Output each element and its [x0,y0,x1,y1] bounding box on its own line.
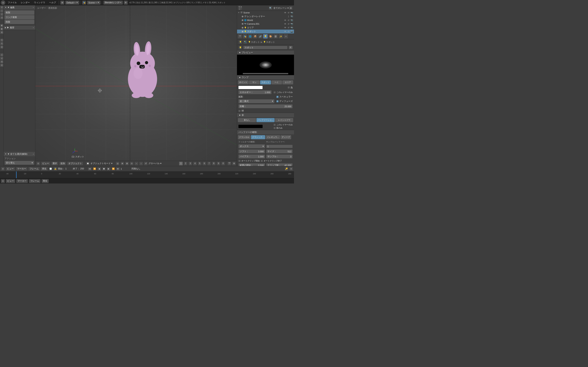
tab-physics[interactable]: ⚛ [283,34,288,39]
layer-btn-2[interactable]: 2 [183,161,188,166]
energy-field[interactable]: エネルギー： 1.000 [238,90,272,94]
lock-icon[interactable]: 🔒 [53,167,57,171]
tree-render-layer[interactable]: 🎬 レンダーレイヤー | 📷 [237,15,294,18]
camera-cursor-icon[interactable]: ↺ [287,22,290,25]
specular-checkbox[interactable] [276,96,279,98]
tool-icon-5[interactable]: ▦ [0,24,3,27]
world-eye-icon[interactable]: 👁 [284,19,287,22]
negative-checkbox[interactable] [287,86,290,89]
tool-icon-1[interactable]: ⊙ [0,6,3,9]
buffer-classic2-btn[interactable]: クラシック... [251,135,265,139]
menu-render[interactable]: レンダー [19,1,31,4]
tool-icon-13[interactable]: ⊟ [0,60,3,63]
lamp-point-btn[interactable]: ポイント [238,80,249,84]
tab-material[interactable]: 🎨 [268,34,273,39]
prev-keyframe-icon[interactable]: ⏪ [93,167,96,171]
tool-icon-8[interactable]: ✎ [0,39,3,42]
tab-texture[interactable]: 🖼 [273,34,278,39]
shadow-buffer-btn[interactable]: バッファーシャ... [256,118,275,122]
spot-cursor-icon[interactable]: ↺ [287,30,290,33]
bottom-view[interactable]: ビュー [6,179,15,183]
viewport[interactable]: ユーザー・透視投影 [35,5,237,166]
world-cursor-icon[interactable]: ↺ [287,19,290,22]
timeline-type-icon[interactable]: ⊙ [1,167,5,171]
tree-spot-lamp[interactable]: 💡 スポット 👁 ↺ 📷 [237,30,294,33]
transform-icon[interactable]: ↔ [134,161,138,166]
timeline-play[interactable]: 再生 [41,167,48,171]
autoclip-start-checkbox[interactable] [238,160,241,162]
vt-select[interactable]: 選択 [51,161,58,166]
bias-field[interactable]: バイアス： 1.000 [238,154,265,159]
render-settings-viewport-icon[interactable]: ⚙ [232,161,236,166]
start-frame-field[interactable]: 開始： 1 [58,167,72,170]
prop-edit-icon[interactable]: ⊙ [130,161,134,166]
name-icon[interactable]: 💡 [238,45,242,50]
timeline-frame[interactable]: フレーム [28,167,40,171]
world-render-icon[interactable]: 📷 [290,19,293,22]
buffer-deep-btn[interactable]: ディープ [281,135,291,139]
menu-window[interactable]: ウィンドウ [32,1,47,4]
layer-btn-6[interactable]: 6 [202,161,207,166]
tool-icon-10[interactable]: ⊕ [0,46,3,49]
filter-icon[interactable]: ⊟ [289,6,293,10]
spot-eye-icon[interactable]: 👁 [284,30,287,33]
global-selector[interactable]: グローバル ▾ [148,162,165,165]
tool-icon-3[interactable]: ⤢ [0,13,3,16]
area-cursor-icon[interactable]: ↺ [287,26,290,29]
camera-render-icon[interactable]: 📷 [290,22,293,25]
tool-icon-11[interactable]: ≡ [0,53,3,56]
area-eye-icon[interactable]: 👁 [284,26,287,29]
object-mode-selector[interactable]: オブジェクトモード ▾ [90,162,115,165]
preview-header[interactable]: ▼ プレビュー [237,50,294,55]
skip-end-icon[interactable]: ⏭ [116,167,120,171]
current-frame-field[interactable]: 1 [121,167,131,170]
play-backward-icon[interactable]: ◀ [97,167,101,171]
buffer-classical-btn[interactable]: クラシカル [238,135,251,139]
blender-logo[interactable]: ◎ [1,0,5,5]
vt-view[interactable]: ビュー [41,161,51,166]
name-input[interactable] [243,46,288,49]
view-menu-icon[interactable]: ビュー [238,6,242,10]
shadow-color-swatch[interactable] [238,125,263,128]
tool-icon-2[interactable]: ↑ [0,9,3,12]
render-layer-camera-icon[interactable]: 📷 [290,15,293,18]
tool-icon-7[interactable]: ⊞ [0,31,3,34]
shadow-only-checkbox[interactable] [273,127,276,129]
next-keyframe-icon[interactable]: ⏩ [111,167,115,171]
link-duplicate-button[interactable]: リンク複製 [4,15,34,19]
scene-eye-icon[interactable]: 👁 [284,11,287,14]
global-space-icon[interactable]: ◎ [116,161,120,166]
move-icon[interactable]: ↕ [139,161,143,166]
search-icon[interactable]: 🔍 [268,6,273,10]
sample-buffer-field[interactable]: 1 [266,145,293,148]
end-frame-field[interactable]: 終了： 250 [73,167,87,170]
render-settings-icon[interactable]: ⚙ [124,1,128,5]
edit-section-header[interactable]: ▼ ▼ 編集 ━ [4,5,35,9]
timeline-marker[interactable]: マーカー [16,167,27,171]
vt-object[interactable]: オブジェクト [67,161,83,166]
layer-btn-5[interactable]: 5 [198,161,202,166]
lamp-type-icon[interactable]: 🔦 [243,40,247,44]
lamp-area-btn[interactable]: エリア [282,80,293,84]
shadow-ray-btn[interactable]: レイシャドウ [275,118,293,122]
duplicate-button[interactable]: 複製 [4,10,34,15]
skip-start-icon[interactable]: ⏮ [88,167,92,171]
size-field[interactable]: サイズ： 512 [266,149,293,154]
tab-scene[interactable]: 🎭 [242,34,247,39]
layer-btn-8[interactable]: 8 [212,161,216,166]
buffer-irregular-btn[interactable]: イレギュラ... [266,135,280,139]
this-layer-checkbox[interactable] [273,91,276,94]
tool-icon-9[interactable]: ✎ [0,42,3,45]
tab-render[interactable]: 🎬 [237,34,242,39]
tab-particles[interactable]: ✨ [278,34,283,39]
render-icon[interactable]: 🎬 [227,161,231,166]
attenuation-dropdown[interactable]: 逆二乗式 ▾ [238,99,275,103]
diffuse-checkbox[interactable] [276,100,279,103]
tool-icon-14[interactable]: ⊟ [0,64,3,67]
lamp-spot-btn[interactable]: スポット [260,80,271,84]
tab-world[interactable]: 🌐 [248,34,252,39]
mode-icon[interactable]: 🔲 [86,161,90,166]
vt-add[interactable]: 追加 [59,161,66,166]
sync-selector[interactable]: 同期なし [131,167,140,170]
f-button[interactable]: F [288,46,293,49]
